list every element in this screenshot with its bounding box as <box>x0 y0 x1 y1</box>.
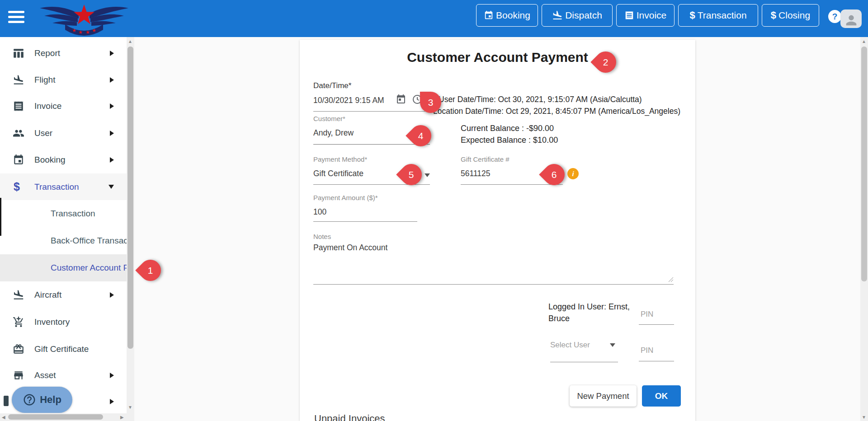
datetime-value[interactable]: 10/30/2021 9:15 AM <box>313 96 384 105</box>
nav-dispatch-button[interactable]: Dispatch <box>542 4 613 27</box>
select-user-dropdown[interactable]: Select User <box>550 341 590 350</box>
select-user-underline <box>550 362 618 362</box>
svg-text:★: ★ <box>85 29 90 35</box>
nav-transaction-button[interactable]: $ Transaction <box>678 4 758 27</box>
scroll-right-arrow-icon[interactable]: ▶ <box>120 415 124 420</box>
sidebar-item-report[interactable]: Report <box>0 40 127 66</box>
help-icon[interactable]: ? <box>828 10 841 23</box>
chevron-down-icon <box>108 185 114 189</box>
nav-invoice-button[interactable]: Invoice <box>616 4 675 27</box>
page-scrollbar-thumb[interactable] <box>861 47 867 281</box>
nav-booking-button[interactable]: Booking <box>476 4 538 27</box>
pin2-input[interactable]: PIN <box>641 346 653 355</box>
app-window: ★★★★ Booking Dispatch Invoice $ Transact… <box>0 0 868 421</box>
scroll-down-arrow-icon[interactable]: ▼ <box>862 415 866 420</box>
sidebar-item-label: Flight <box>34 75 55 85</box>
gift-certificate-value[interactable]: 5611125 <box>461 169 491 178</box>
calendar-picker-icon[interactable] <box>396 94 406 105</box>
page-vertical-scrollbar[interactable]: ▲ ▼ <box>860 37 868 421</box>
dropdown-caret-icon[interactable] <box>425 173 430 177</box>
sidebar-item-transaction[interactable]: $ Transaction <box>0 173 127 200</box>
sidebar-item-asset[interactable]: Asset <box>0 362 127 388</box>
nav-booking-label: Booking <box>496 10 530 21</box>
avatar[interactable] <box>840 9 862 28</box>
sidebar-item-gift-certificate[interactable]: Gift Certificate <box>0 336 127 362</box>
focus-edge-line <box>0 198 1 236</box>
datetime-underline <box>313 111 430 112</box>
sidebar-scrollbar-thumb[interactable] <box>127 47 133 349</box>
svg-text:★: ★ <box>78 29 83 35</box>
logged-in-user-text: Logged In User: Ernst, Bruce <box>548 301 646 324</box>
chevron-right-icon <box>110 157 114 163</box>
sidebar-subitem-transaction[interactable]: Transaction <box>0 200 127 227</box>
dollar-icon: $ <box>689 9 695 21</box>
notes-underline <box>313 284 674 285</box>
scroll-up-arrow-icon[interactable]: ▲ <box>128 39 132 44</box>
sidebar-item-label: Gift Certificate <box>34 344 89 354</box>
svg-text:★: ★ <box>72 28 76 33</box>
info-icon[interactable]: i <box>567 168 579 179</box>
sidebar-subitem-label: Transaction <box>51 209 95 219</box>
sidebar-subitem-customer-account-payment[interactable]: Customer Account Pa <box>0 254 127 281</box>
scroll-left-arrow-icon[interactable]: ◀ <box>2 415 5 420</box>
chevron-right-icon <box>110 51 114 56</box>
pin2-underline <box>639 361 674 361</box>
sidebar: Report Flight Invoice User Booking $ Tra… <box>0 37 127 421</box>
notes-value[interactable]: Payment On Account <box>313 243 387 253</box>
gift-certificate-label: Gift Certificate # <box>461 155 509 163</box>
hamburger-menu-icon[interactable] <box>8 11 25 25</box>
scroll-down-arrow-icon[interactable]: ▼ <box>128 405 132 410</box>
scroll-up-arrow-icon[interactable]: ▲ <box>862 39 866 44</box>
annotation-badge-1: 1 <box>135 255 165 285</box>
customer-value[interactable]: Andy, Drew <box>313 128 354 138</box>
hidden-item-icon <box>4 396 9 406</box>
chevron-right-icon <box>110 373 114 378</box>
sidebar-subitem-label: Customer Account Pa <box>51 263 127 273</box>
chevron-right-icon <box>110 77 114 83</box>
sidebar-vertical-scrollbar[interactable]: ▲ ▼ <box>127 37 134 421</box>
notes-label: Notes <box>313 233 331 240</box>
brand-eagle-logo: ★★★★ <box>34 2 134 36</box>
pin1-input[interactable]: PIN <box>641 310 653 319</box>
annotation-badge-5: 5 <box>396 159 426 189</box>
sidebar-horizontal-scrollbar[interactable]: ◀ ▶ <box>0 413 127 421</box>
cart-icon <box>13 316 24 328</box>
help-button[interactable]: Help <box>12 387 72 413</box>
nav-closing-button[interactable]: $ Closing <box>762 4 819 27</box>
topbar: ★★★★ Booking Dispatch Invoice $ Transact… <box>0 0 868 37</box>
customer-label: Customer* <box>313 115 345 122</box>
sidebar-hscrollbar-thumb[interactable] <box>8 414 103 420</box>
sidebar-subitem-back-office-transaction[interactable]: Back-Office Transactio <box>0 227 127 254</box>
current-balance-text: Current Balance : -$90.00 <box>461 124 554 133</box>
plane-icon <box>13 289 24 301</box>
annotation-badge-6: 6 <box>539 159 569 189</box>
sidebar-item-invoice[interactable]: Invoice <box>0 93 127 119</box>
sidebar-item-user[interactable]: User <box>0 120 127 146</box>
sidebar-item-flight[interactable]: Flight <box>0 66 127 93</box>
payment-method-value[interactable]: Gift Certificate <box>313 169 363 178</box>
resize-handle-icon[interactable] <box>667 276 674 282</box>
pin1-underline <box>639 324 674 325</box>
sidebar-item-aircraft[interactable]: Aircraft <box>0 281 127 308</box>
ok-button[interactable]: OK <box>642 385 681 407</box>
svg-text:★: ★ <box>92 28 96 33</box>
sidebar-item-booking[interactable]: Booking <box>0 146 127 173</box>
sidebar-item-label: Report <box>34 48 60 58</box>
payment-amount-value[interactable]: 100 <box>313 207 326 217</box>
flight-icon <box>13 74 24 86</box>
page-title: Customer Account Payment <box>300 50 695 65</box>
user-datetime-text: User Date/Time: Oct 30, 2021, 9:15:07 AM… <box>439 95 642 104</box>
sidebar-item-inventory[interactable]: Inventory <box>0 309 127 335</box>
sidebar-item-label: Invoice <box>34 101 61 111</box>
unpaid-invoices-title: Unpaid Invoices <box>314 413 385 421</box>
sidebar-item-label: Inventory <box>34 317 70 327</box>
help-circle-icon <box>23 393 36 407</box>
nav-dispatch-label: Dispatch <box>565 10 602 21</box>
dollar-icon: $ <box>771 9 776 21</box>
annotation-badge-4: 4 <box>406 121 435 150</box>
dropdown-caret-icon[interactable] <box>610 343 615 347</box>
sidebar-item-label: Transaction <box>34 182 79 192</box>
payment-amount-underline <box>313 221 417 222</box>
annotation-badge-3: 3 <box>420 92 441 113</box>
new-payment-button[interactable]: New Payment <box>570 385 637 407</box>
